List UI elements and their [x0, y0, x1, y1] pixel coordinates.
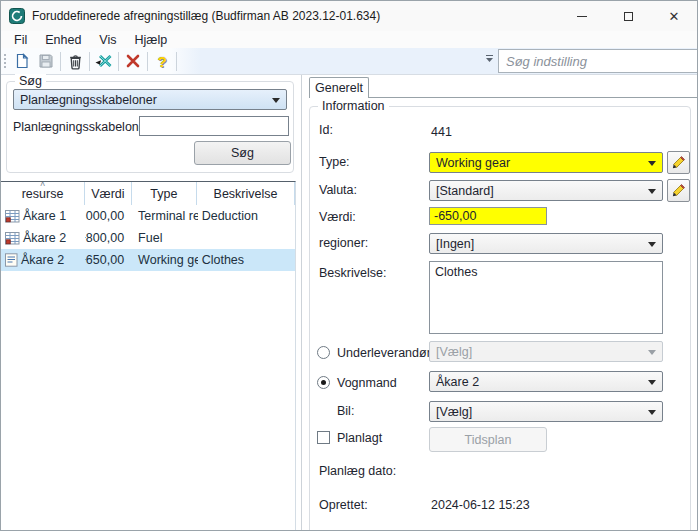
menu-hjaelp[interactable]: Hjælp	[126, 32, 177, 48]
underleverandor-dropdown-value: [Vælg]	[436, 345, 472, 359]
save-icon	[38, 53, 54, 69]
grid-icon	[5, 210, 20, 223]
type-label: Type:	[319, 154, 350, 170]
vognmand-dropdown[interactable]: Åkare 2	[429, 371, 663, 392]
tidsplan-button[interactable]: Tidsplan	[429, 427, 547, 452]
toolbar-overflow-icon[interactable]	[484, 55, 494, 63]
row-vaerdi: −2 000,00	[85, 205, 132, 227]
remove-button[interactable]	[121, 50, 145, 73]
close-icon: ✕	[669, 10, 680, 23]
title-bar: Foruddefinerede afregningstillæg (Budfir…	[1, 1, 697, 31]
search-category-dropdown[interactable]: Planlægningsskabeloner	[13, 89, 287, 110]
chevron-down-icon	[648, 242, 656, 247]
row-beskrivelse: Deduction	[198, 205, 295, 227]
id-value: 441	[431, 124, 452, 140]
type-dropdown[interactable]: Working gear	[429, 152, 663, 173]
tidsplan-button-label: Tidsplan	[465, 433, 512, 447]
column-header-resurse[interactable]: ˄ resurse	[1, 182, 85, 205]
table-row[interactable]: Åkare 2−650,00Working gearClothes	[1, 249, 295, 271]
planlagt-label: Planlagt	[337, 430, 382, 446]
row-type: Working gear	[132, 249, 198, 271]
tab-generelt[interactable]: Generelt	[309, 77, 369, 98]
table-body: Åkare 1−2 000,00Terminal rentDeductionÅk…	[1, 205, 295, 271]
save-button[interactable]	[34, 50, 58, 73]
chevron-down-icon	[648, 410, 656, 415]
sort-ascending-icon: ˄	[40, 181, 45, 189]
planlaeg-dato-label: Planlæg dato:	[319, 463, 396, 479]
valuta-dropdown[interactable]: [Standard]	[429, 180, 663, 201]
row-beskrivelse: Clothes	[198, 249, 295, 271]
minimize-icon	[577, 16, 587, 17]
new-document-button[interactable]	[10, 50, 34, 73]
menu-fil[interactable]: Fil	[5, 32, 36, 48]
search-button-label: Søg	[231, 146, 254, 160]
maximize-icon	[624, 12, 633, 21]
table-row[interactable]: Åkare 2−800,00Fuel	[1, 227, 295, 249]
toolbar-separator	[118, 52, 119, 71]
chevron-down-icon	[272, 98, 280, 103]
bil-dropdown[interactable]: [Vælg]	[429, 401, 663, 422]
new-document-icon	[14, 53, 30, 69]
menu-enhed[interactable]: Enhed	[36, 32, 90, 48]
menu-vis[interactable]: Vis	[90, 32, 125, 48]
minimize-button[interactable]	[559, 1, 605, 31]
chevron-down-icon	[648, 161, 656, 166]
main-area: Søg Planlægningsskabeloner Planlægningss…	[1, 75, 698, 531]
settings-search-input[interactable]	[498, 49, 698, 73]
delete-button[interactable]	[63, 50, 87, 73]
oprettet-label: Oprettet:	[319, 497, 368, 513]
regioner-label: regioner:	[319, 235, 368, 251]
type-dropdown-value: Working gear	[436, 156, 510, 170]
table-row[interactable]: Åkare 1−2 000,00Terminal rentDeduction	[1, 205, 295, 227]
delete-x-icon	[125, 53, 141, 69]
id-label: Id:	[319, 122, 333, 138]
toolbar-separator	[60, 52, 61, 71]
beskrivelse-label: Beskrivelse:	[319, 265, 386, 281]
toolbar-separator	[176, 52, 177, 71]
annul-button[interactable]	[92, 50, 116, 73]
information-group-label: Information	[318, 99, 389, 114]
filter-input[interactable]	[139, 116, 289, 136]
planlagt-checkbox[interactable]	[317, 431, 330, 444]
row-resurse: Åkare 2	[21, 253, 64, 267]
column-header-vaerdi[interactable]: Værdi	[85, 182, 132, 205]
filter-label: Planlægningsskabeloner	[13, 119, 150, 135]
window-title: Foruddefinerede afregningstillæg (Budfir…	[32, 9, 380, 23]
row-vaerdi: −650,00	[85, 249, 132, 271]
pencil-icon	[671, 155, 686, 170]
help-icon: ?	[157, 53, 166, 70]
help-button[interactable]: ?	[150, 50, 174, 73]
app-logo-icon	[9, 8, 25, 24]
chevron-down-icon	[648, 189, 656, 194]
toolbar-grip-icon[interactable]	[1, 54, 10, 68]
row-vaerdi: −800,00	[85, 227, 132, 249]
beskrivelse-textarea[interactable]: Clothes	[429, 261, 663, 334]
panel-splitter[interactable]	[301, 75, 302, 531]
maximize-button[interactable]	[605, 1, 651, 31]
underleverandor-dropdown[interactable]: [Vælg]	[429, 341, 663, 362]
vognmand-radio[interactable]	[317, 376, 330, 389]
underleverandor-label: Underleverandør	[337, 345, 431, 361]
regioner-dropdown[interactable]: [Ingen]	[429, 233, 663, 254]
results-list: ˄ resurse Værdi Type Beskrivelse Åkare 1…	[1, 181, 296, 531]
underleverandor-radio[interactable]	[317, 346, 330, 359]
column-header-beskrivelse[interactable]: Beskrivelse	[197, 182, 295, 205]
note-icon	[5, 253, 18, 267]
row-type: Terminal rent	[132, 205, 198, 227]
row-resurse: Åkare 2	[23, 231, 66, 245]
pencil-icon	[671, 183, 686, 198]
search-button[interactable]: Søg	[194, 141, 291, 165]
search-category-value: Planlægningsskabeloner	[20, 93, 157, 107]
valuta-dropdown-value: [Standard]	[436, 184, 494, 198]
column-header-type[interactable]: Type	[132, 182, 197, 205]
vaerdi-input[interactable]	[429, 207, 547, 225]
app-window: Foruddefinerede afregningstillæg (Budfir…	[0, 0, 698, 531]
row-type: Fuel	[132, 227, 198, 249]
results-list-header: ˄ resurse Værdi Type Beskrivelse	[1, 182, 295, 205]
row-resurse: Åkare 1	[23, 209, 66, 223]
vognmand-label: Vognmand	[337, 375, 397, 391]
close-button[interactable]: ✕	[651, 1, 697, 31]
edit-type-button[interactable]	[667, 151, 690, 174]
regioner-dropdown-value: [Ingen]	[436, 237, 474, 251]
edit-valuta-button[interactable]	[667, 179, 690, 202]
